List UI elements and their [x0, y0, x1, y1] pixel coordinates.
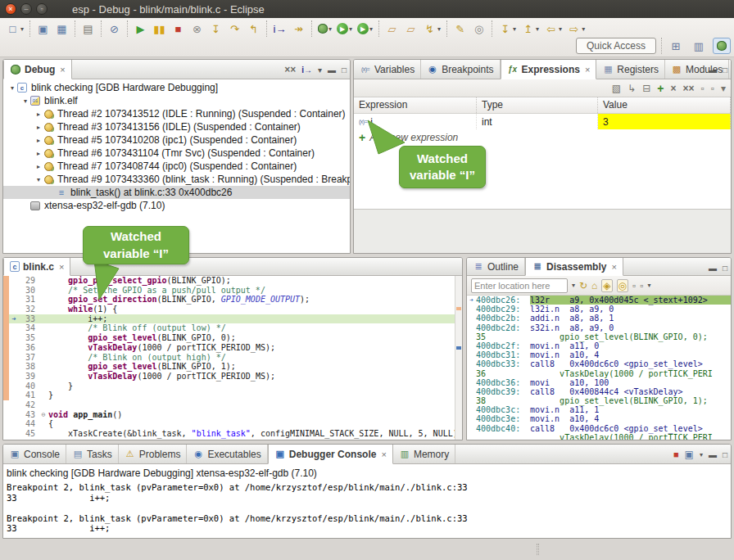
step-over-button[interactable]: ↷ [225, 20, 244, 37]
open-perspective-icon[interactable]: ⊞ [667, 38, 685, 54]
debug-tree-item[interactable]: ▾Thread #9 1073433360 (blink_task : Runn… [3, 173, 350, 186]
expand-arrow-icon[interactable]: ▾ [8, 84, 16, 92]
skip-all-breakpoints-button[interactable]: ⊘ [105, 20, 124, 37]
sync-context-icon[interactable]: ◈ [601, 279, 612, 292]
disassembly-line[interactable]: 36 vTaskDelay(1000 / portTICK_PERI [467, 369, 731, 378]
minimize-icon[interactable]: ▬ [709, 264, 717, 273]
disassembly-line[interactable]: 400dbc2d:s32i.n a8, a9, 0 [467, 323, 731, 332]
step-into-button[interactable]: ↧ [206, 20, 225, 37]
code-line[interactable]: 40 } [3, 382, 462, 391]
last-edit-location-button[interactable]: ↧▾ [496, 20, 519, 37]
instruction-stepping-mode-icon[interactable]: i→ [301, 65, 312, 75]
save-button[interactable]: ▣ [34, 20, 52, 37]
code-line[interactable]: 31 gpio_set_direction(BLINK_GPIO, GPIO_M… [3, 295, 462, 305]
code-line[interactable]: 42 [3, 400, 462, 410]
code-line[interactable]: 35 gpio_set_level(BLINK_GPIO, 0); [3, 333, 462, 343]
save-all-button[interactable]: ▦ [52, 20, 71, 37]
maximize-icon[interactable]: □ [723, 65, 727, 75]
home-icon[interactable]: ⌂ [591, 280, 597, 291]
code-line[interactable]: 36 vTaskDelay(1000 / portTICK_PERIOD_MS)… [3, 343, 462, 353]
tab-expressions[interactable]: ƒx Expressions × [501, 60, 597, 79]
debug-tree-item[interactable]: ▸Thread #3 1073413156 (IDLE) (Suspended … [3, 120, 350, 133]
pin-editor-button[interactable]: ◎ [469, 20, 488, 37]
minimize-icon[interactable]: ▬ [709, 65, 717, 75]
window-minimize-icon[interactable]: – [20, 3, 32, 15]
tab-memory[interactable]: ▥ Memory [393, 445, 455, 463]
tab-debugger-console[interactable]: ▣ Debugger Console × [268, 445, 393, 464]
location-input[interactable] [471, 278, 568, 293]
tab-outline[interactable]: ≣ Outline [467, 258, 525, 275]
tab-variables[interactable]: (x)= Variables [354, 60, 421, 79]
debug-tree-item[interactable]: ▾cblink checking [GDB Hardware Debugging… [3, 81, 350, 94]
code-line[interactable]: 30 /* Set the GPIO as a push/pull output… [3, 286, 462, 296]
new-view-icon[interactable]: ▫ [632, 280, 636, 291]
fold-marker-icon[interactable]: ⊖ [39, 410, 48, 420]
disassembly-line[interactable]: ➔400dbc26:l32r a9, 0x400d045c <_stext+10… [467, 296, 731, 305]
expand-arrow-icon[interactable]: ▸ [34, 124, 43, 131]
close-icon[interactable]: × [59, 262, 64, 272]
view-menu-icon[interactable]: ▾ [318, 65, 322, 75]
debug-tree-item[interactable]: ≡blink_task() at blink.c:33 0x400dbc26 [3, 186, 350, 199]
expand-arrow-icon[interactable]: ▸ [34, 111, 43, 118]
tab-debug[interactable]: Debug × [3, 60, 72, 79]
close-icon[interactable]: × [381, 449, 386, 459]
add-expression-icon[interactable]: + [657, 82, 664, 95]
show-source-button[interactable]: ↠ [289, 20, 308, 37]
debug-tree-item[interactable]: ▾01blink.elf [3, 94, 350, 107]
maximize-icon[interactable]: □ [342, 65, 347, 75]
quick-access-button[interactable]: Quick Access [576, 38, 656, 54]
disassembly-line[interactable]: 35 gpio_set_level(BLINK_GPIO, 0); [467, 332, 731, 341]
new-view-icon[interactable]: ▫ [700, 83, 704, 94]
minimize-icon[interactable]: ▬ [709, 450, 717, 459]
debug-tree-item[interactable]: ▸Thread #5 1073410208 (ipc1) (Suspended … [3, 133, 350, 147]
expand-arrow-icon[interactable]: ▾ [21, 97, 29, 105]
close-icon[interactable]: × [60, 65, 65, 75]
collapse-all-icon[interactable]: ⊟ [642, 83, 650, 94]
breakpoint-arrow-icon[interactable]: ➔ [9, 314, 19, 324]
expand-arrow-icon[interactable]: ▸ [34, 163, 43, 170]
column-value[interactable]: Value [598, 97, 731, 113]
disassembly-line[interactable]: 400dbc2f:movi.n a11, 0 [467, 341, 731, 350]
debug-tree-item[interactable]: ▸Thread #6 1073431104 (Tmr Svc) (Suspend… [3, 147, 350, 160]
expand-arrow-icon[interactable]: ▸ [34, 137, 43, 144]
code-line[interactable]: 38 gpio_set_level(BLINK_GPIO, 1); [3, 362, 462, 372]
run-button[interactable]: ▶▾ [334, 21, 355, 36]
show-logical-structure-icon[interactable]: ↳ [628, 83, 636, 94]
disassembly-line[interactable]: 400dbc40:call8 0x400dc6c0 <gpio_set_leve… [467, 424, 731, 433]
close-icon[interactable]: × [585, 65, 590, 75]
disassembly-line[interactable]: 400dbc29:l32i.n a8, a9, 0 [467, 305, 731, 314]
close-icon[interactable]: × [611, 262, 616, 272]
external-tools-button[interactable]: ▶▾ [355, 21, 375, 36]
new-c-project-button[interactable]: ▱ [383, 20, 401, 37]
minimize-icon[interactable]: ▬ [328, 65, 336, 75]
instruction-stepping-button[interactable]: i→ [270, 20, 289, 37]
remove-all-expressions-icon[interactable]: ×× [682, 83, 694, 94]
disassembly-line[interactable]: 400dbc39:call8 0x400844c4 <vTaskDelay> [467, 387, 731, 396]
code-line[interactable]: 29 gpio_pad_select_gpio(BLINK_GPIO); [3, 276, 462, 286]
goto-last-position-button[interactable]: ↥▾ [519, 20, 541, 37]
debug-perspective-icon[interactable] [713, 38, 731, 54]
window-maximize-icon[interactable]: ▫ [36, 3, 48, 15]
disassembly-line[interactable]: 400dbc3c:movi.n a11, 1 [467, 405, 731, 414]
display-console-icon[interactable]: ▣ [685, 449, 694, 460]
console-output[interactable]: Breakpoint 2, blink_task (pvParameter=0x… [3, 481, 731, 535]
terminate-button[interactable]: ■ [169, 20, 188, 37]
step-return-button[interactable]: ↰ [244, 20, 263, 37]
open-element-button[interactable]: ▱ [401, 20, 420, 37]
pin-view-icon[interactable]: ▫ [640, 280, 643, 291]
tab-executables[interactable]: ◉ Executables [187, 445, 267, 463]
track-expression-icon[interactable]: ◎ [617, 279, 628, 292]
remove-expression-icon[interactable]: × [670, 83, 676, 94]
view-menu-icon[interactable]: ▾ [721, 83, 726, 94]
tab-problems[interactable]: ⚠ Problems [119, 445, 188, 463]
disassembly-line[interactable]: 400dbc31:movi.n a10, 4 [467, 350, 731, 359]
location-dropdown-icon[interactable]: ▾ [572, 282, 575, 289]
flash-button[interactable]: ↯▾ [420, 20, 443, 37]
refresh-icon[interactable]: ↻ [579, 280, 587, 291]
debug-tree-item[interactable]: xtensa-esp32-elf-gdb (7.10) [3, 199, 350, 212]
code-line[interactable]: ➔33 i++; [3, 314, 462, 324]
code-line[interactable]: 34 /* Blink off (output low) */ [3, 323, 462, 333]
disassembly-line[interactable]: vTaskDelay(1000 / portTICK_PERI [467, 433, 731, 440]
console-dropdown-icon[interactable]: ▾ [700, 451, 703, 458]
remove-terminated-icon[interactable]: ×× [284, 64, 296, 75]
